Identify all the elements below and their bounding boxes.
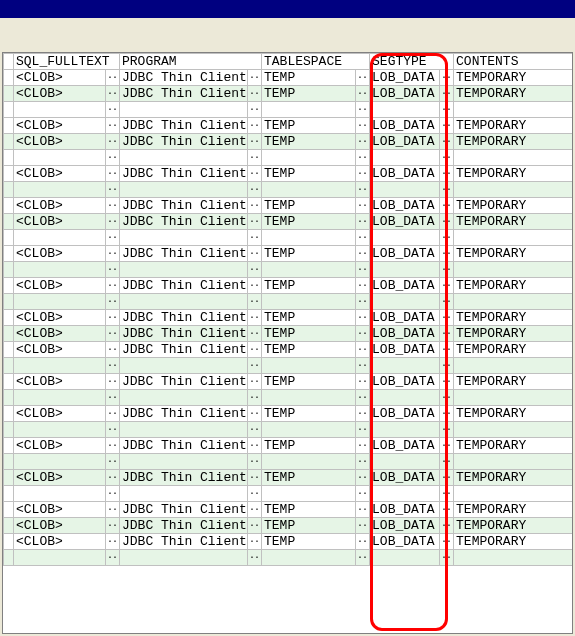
cell-program[interactable]: JDBC Thin Client <box>120 534 248 550</box>
cell-program[interactable]: JDBC Thin Client <box>120 214 248 230</box>
cell-contents[interactable]: TEMPORARY <box>454 198 573 214</box>
col-header-tablespace[interactable]: TABLESPACE <box>262 54 370 70</box>
table-row[interactable]: ············ <box>4 454 574 470</box>
cell-tablespace[interactable]: TEMP <box>262 246 356 262</box>
cell-segtype[interactable] <box>370 262 440 278</box>
cell-segtype[interactable]: LOB_DATA <box>370 310 440 326</box>
cell-expand-icon[interactable]: ··· <box>106 374 120 390</box>
cell-expand-icon[interactable]: ··· <box>356 326 370 342</box>
col-header-sql[interactable]: SQL_FULLTEXT <box>14 54 120 70</box>
cell-contents[interactable] <box>454 550 573 566</box>
cell-sql[interactable]: <CLOB> <box>14 518 106 534</box>
cell-segtype[interactable]: LOB_DATA <box>370 166 440 182</box>
cell-tablespace[interactable]: TEMP <box>262 278 356 294</box>
cell-expand-icon[interactable]: ··· <box>106 118 120 134</box>
row-gutter[interactable] <box>4 262 14 278</box>
cell-program[interactable]: JDBC Thin Client <box>120 374 248 390</box>
table-row[interactable]: <CLOB>···JDBC Thin Client···TEMP···LOB_D… <box>4 342 574 358</box>
cell-program[interactable]: JDBC Thin Client <box>120 198 248 214</box>
cell-program[interactable]: JDBC Thin Client <box>120 518 248 534</box>
cell-tablespace[interactable]: TEMP <box>262 70 356 86</box>
cell-expand-icon[interactable]: ··· <box>106 326 120 342</box>
cell-expand-icon[interactable]: ··· <box>356 502 370 518</box>
table-row[interactable]: <CLOB>···JDBC Thin Client···TEMP···LOB_D… <box>4 214 574 230</box>
cell-program[interactable]: JDBC Thin Client <box>120 470 248 486</box>
cell-expand-icon[interactable]: ··· <box>440 118 454 134</box>
cell-expand-icon[interactable]: ··· <box>248 70 262 86</box>
cell-expand-icon[interactable]: ··· <box>440 230 454 246</box>
cell-expand-icon[interactable]: ··· <box>106 358 120 374</box>
cell-program[interactable] <box>120 230 248 246</box>
cell-contents[interactable] <box>454 486 573 502</box>
cell-contents[interactable]: TEMPORARY <box>454 534 573 550</box>
cell-segtype[interactable]: LOB_DATA <box>370 374 440 390</box>
cell-tablespace[interactable]: TEMP <box>262 198 356 214</box>
cell-expand-icon[interactable]: ··· <box>106 294 120 310</box>
cell-tablespace[interactable]: TEMP <box>262 86 356 102</box>
cell-tablespace[interactable]: TEMP <box>262 470 356 486</box>
table-row[interactable]: <CLOB>···JDBC Thin Client···TEMP···LOB_D… <box>4 470 574 486</box>
cell-segtype[interactable]: LOB_DATA <box>370 406 440 422</box>
cell-sql[interactable]: <CLOB> <box>14 438 106 454</box>
cell-sql[interactable]: <CLOB> <box>14 502 106 518</box>
cell-expand-icon[interactable]: ··· <box>440 86 454 102</box>
table-row[interactable]: ············ <box>4 102 574 118</box>
cell-expand-icon[interactable]: ··· <box>356 358 370 374</box>
col-header-contents[interactable]: CONTENTS <box>454 54 573 70</box>
cell-segtype[interactable] <box>370 150 440 166</box>
cell-expand-icon[interactable]: ··· <box>356 310 370 326</box>
cell-segtype[interactable]: LOB_DATA <box>370 86 440 102</box>
cell-expand-icon[interactable]: ··· <box>248 278 262 294</box>
cell-expand-icon[interactable]: ··· <box>356 182 370 198</box>
table-row[interactable]: <CLOB>···JDBC Thin Client···TEMP···LOB_D… <box>4 502 574 518</box>
cell-expand-icon[interactable]: ··· <box>356 86 370 102</box>
cell-expand-icon[interactable]: ··· <box>248 358 262 374</box>
cell-sql[interactable]: <CLOB> <box>14 278 106 294</box>
cell-segtype[interactable]: LOB_DATA <box>370 246 440 262</box>
cell-sql[interactable] <box>14 454 106 470</box>
cell-expand-icon[interactable]: ··· <box>106 70 120 86</box>
cell-program[interactable]: JDBC Thin Client <box>120 246 248 262</box>
cell-segtype[interactable] <box>370 358 440 374</box>
cell-tablespace[interactable]: TEMP <box>262 502 356 518</box>
cell-expand-icon[interactable]: ··· <box>356 70 370 86</box>
cell-program[interactable] <box>120 422 248 438</box>
row-gutter[interactable] <box>4 422 14 438</box>
cell-expand-icon[interactable]: ··· <box>356 214 370 230</box>
row-gutter[interactable] <box>4 70 14 86</box>
cell-expand-icon[interactable]: ··· <box>106 518 120 534</box>
cell-expand-icon[interactable]: ··· <box>248 454 262 470</box>
cell-expand-icon[interactable]: ··· <box>440 550 454 566</box>
table-row[interactable]: <CLOB>···JDBC Thin Client···TEMP···LOB_D… <box>4 86 574 102</box>
cell-sql[interactable] <box>14 182 106 198</box>
cell-expand-icon[interactable]: ··· <box>248 262 262 278</box>
cell-expand-icon[interactable]: ··· <box>106 102 120 118</box>
cell-expand-icon[interactable]: ··· <box>106 86 120 102</box>
row-gutter[interactable] <box>4 278 14 294</box>
cell-expand-icon[interactable]: ··· <box>248 438 262 454</box>
cell-segtype[interactable]: LOB_DATA <box>370 470 440 486</box>
row-gutter[interactable] <box>4 214 14 230</box>
table-row[interactable]: <CLOB>···JDBC Thin Client···TEMP···LOB_D… <box>4 278 574 294</box>
cell-expand-icon[interactable]: ··· <box>106 278 120 294</box>
cell-tablespace[interactable] <box>262 486 356 502</box>
cell-contents[interactable] <box>454 294 573 310</box>
row-gutter[interactable] <box>4 310 14 326</box>
cell-sql[interactable]: <CLOB> <box>14 326 106 342</box>
cell-program[interactable]: JDBC Thin Client <box>120 502 248 518</box>
cell-expand-icon[interactable]: ··· <box>440 470 454 486</box>
cell-segtype[interactable] <box>370 294 440 310</box>
cell-expand-icon[interactable]: ··· <box>248 182 262 198</box>
cell-program[interactable]: JDBC Thin Client <box>120 342 248 358</box>
cell-expand-icon[interactable]: ··· <box>440 518 454 534</box>
cell-tablespace[interactable] <box>262 294 356 310</box>
row-gutter[interactable] <box>4 550 14 566</box>
cell-segtype[interactable]: LOB_DATA <box>370 438 440 454</box>
cell-expand-icon[interactable]: ··· <box>440 70 454 86</box>
cell-expand-icon[interactable]: ··· <box>356 262 370 278</box>
cell-expand-icon[interactable]: ··· <box>356 550 370 566</box>
cell-expand-icon[interactable]: ··· <box>440 166 454 182</box>
cell-sql[interactable] <box>14 150 106 166</box>
cell-expand-icon[interactable]: ··· <box>248 406 262 422</box>
table-row[interactable]: <CLOB>···JDBC Thin Client···TEMP···LOB_D… <box>4 118 574 134</box>
